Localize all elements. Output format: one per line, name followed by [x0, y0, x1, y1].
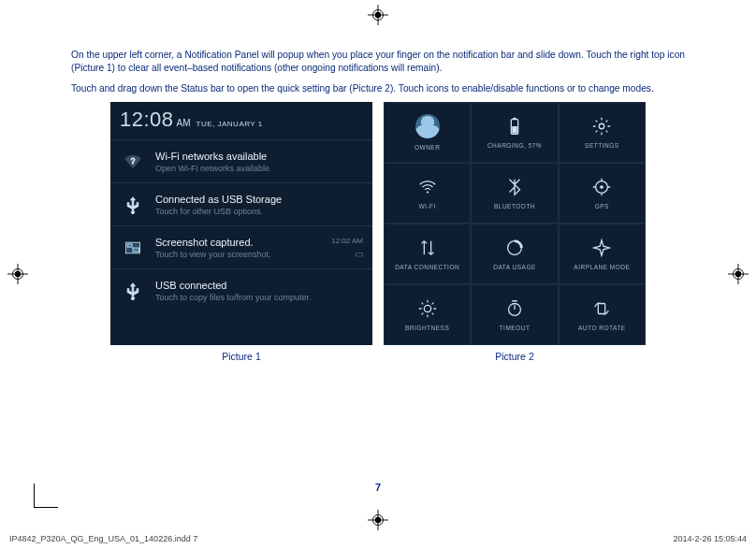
- airplane-icon: [591, 238, 612, 258]
- qs-tile-battery[interactable]: CHARGING, 57%: [471, 102, 558, 163]
- figures-row: 12:08 AM TUE, JANUARY 1 ? Wi-Fi networks…: [71, 102, 685, 362]
- data-arrows-icon: [417, 238, 438, 258]
- paragraph-1: On the upper left corner, a Notification…: [71, 49, 685, 75]
- page-number: 7: [0, 482, 756, 493]
- footer-datetime: 2014-2-26 15:05:44: [673, 534, 747, 543]
- battery-icon: [504, 116, 525, 137]
- notification-title: USB connected: [155, 280, 363, 291]
- notification-text: USB connected Touch to copy files to/fro…: [155, 280, 363, 302]
- qs-label: BLUETOOTH: [494, 203, 535, 209]
- qs-label: CHARGING, 57%: [487, 142, 542, 149]
- print-footer: IP4842_P320A_QG_Eng_USA_01_140226.indd 7…: [9, 534, 747, 543]
- svg-rect-21: [513, 118, 516, 120]
- quick-settings-screenshot: OWNER CHARGING, 57% SETTINGS WI-FI BLUET…: [384, 102, 646, 345]
- qs-label: BRIGHTNESS: [405, 325, 449, 331]
- notification-row[interactable]: USB connected Touch to copy files to/fro…: [110, 268, 372, 311]
- auto-rotate-icon: [591, 298, 612, 319]
- notification-text: Wi-Fi networks available Open Wi-Fi netw…: [155, 151, 363, 173]
- brightness-icon: [417, 298, 438, 319]
- usb-icon: [120, 192, 146, 218]
- figure-2: OWNER CHARGING, 57% SETTINGS WI-FI BLUET…: [384, 102, 646, 362]
- qs-label: GPS: [595, 203, 609, 209]
- notification-subtitle: Touch to view your screenshot.: [155, 250, 331, 259]
- svg-point-28: [424, 306, 430, 312]
- status-bar: 12:08 AM TUE, JANUARY 1: [110, 102, 372, 139]
- svg-point-24: [427, 192, 429, 194]
- clock-date: TUE, JANUARY 1: [196, 120, 263, 128]
- registration-mark-icon: [368, 5, 388, 25]
- notification-title: Connected as USB Storage: [155, 194, 363, 205]
- gps-icon: [591, 177, 612, 197]
- qs-label: OWNER: [414, 144, 440, 151]
- bluetooth-icon: [504, 177, 525, 197]
- notification-text: Connected as USB Storage Touch for other…: [155, 194, 363, 216]
- data-usage-icon: [504, 238, 525, 258]
- qs-tile-data-usage[interactable]: DATA USAGE: [471, 224, 558, 284]
- qs-tile-wifi[interactable]: WI-FI: [384, 163, 471, 224]
- qs-label: DATA USAGE: [493, 264, 536, 270]
- svg-rect-18: [127, 244, 132, 247]
- notification-row[interactable]: Screenshot captured. Touch to view your …: [110, 225, 372, 268]
- svg-rect-30: [599, 304, 605, 314]
- qs-tile-airplane[interactable]: AIRPLANE MODE: [559, 224, 646, 284]
- figure-1: 12:08 AM TUE, JANUARY 1 ? Wi-Fi networks…: [110, 102, 372, 362]
- usb-icon: [120, 278, 146, 304]
- registration-mark-icon: [368, 510, 388, 530]
- svg-rect-22: [512, 126, 517, 133]
- qs-tile-timeout[interactable]: TIMEOUT: [471, 284, 558, 345]
- qs-label: TIMEOUT: [500, 325, 531, 331]
- notification-panel-screenshot: 12:08 AM TUE, JANUARY 1 ? Wi-Fi networks…: [110, 102, 372, 345]
- notification-subtitle: Touch to copy files to/from your compute…: [155, 293, 363, 302]
- qs-label: WI-FI: [418, 203, 435, 209]
- svg-rect-19: [133, 248, 139, 252]
- qs-tile-data-connection[interactable]: DATA CONNECTION: [384, 224, 471, 284]
- page-content: On the upper left corner, a Notification…: [71, 49, 685, 362]
- wifi-icon: [417, 177, 438, 197]
- figure-1-caption: Picture 1: [110, 351, 372, 362]
- notification-title: Wi-Fi networks available: [155, 151, 363, 162]
- clock-ampm: AM: [177, 118, 191, 128]
- notification-row[interactable]: Connected as USB Storage Touch for other…: [110, 182, 372, 225]
- qs-tile-gps[interactable]: GPS: [559, 163, 646, 224]
- notification-row[interactable]: ? Wi-Fi networks available Open Wi-Fi ne…: [110, 139, 372, 182]
- qs-label: AUTO ROTATE: [578, 325, 626, 331]
- qs-tile-brightness[interactable]: BRIGHTNESS: [384, 284, 471, 345]
- notification-subtitle: Open Wi-Fi networks available: [155, 164, 363, 173]
- notification-text: Screenshot captured. Touch to view your …: [155, 237, 331, 259]
- qs-label: SETTINGS: [585, 142, 619, 149]
- svg-text:?: ?: [131, 155, 136, 165]
- notification-meta: 12:02 AM ▭: [331, 237, 363, 259]
- figure-2-caption: Picture 2: [384, 351, 646, 362]
- clock-time: 12:08: [120, 108, 174, 132]
- registration-mark-icon: [728, 264, 749, 284]
- svg-point-23: [600, 124, 605, 130]
- notification-time: 12:02 AM: [331, 237, 363, 245]
- qs-label: AIRPLANE MODE: [574, 264, 630, 270]
- gear-icon: [591, 116, 612, 137]
- notification-title: Screenshot captured.: [155, 237, 331, 248]
- footer-filename: IP4842_P320A_QG_Eng_USA_01_140226.indd 7: [9, 534, 197, 543]
- timeout-icon: [504, 298, 525, 319]
- paragraph-2: Touch and drag down the Status bar to op…: [71, 82, 685, 95]
- image-icon: ▭: [331, 249, 363, 259]
- qs-tile-settings[interactable]: SETTINGS: [559, 102, 646, 163]
- notification-subtitle: Touch for other USB options.: [155, 207, 363, 216]
- wifi-question-icon: ?: [120, 149, 146, 175]
- qs-tile-bluetooth[interactable]: BLUETOOTH: [471, 163, 558, 224]
- qs-label: DATA CONNECTION: [395, 264, 459, 270]
- registration-mark-icon: [7, 264, 28, 284]
- owner-avatar-icon: [415, 114, 440, 138]
- screenshot-thumbnail-icon: [120, 235, 146, 261]
- qs-tile-autorotate[interactable]: AUTO ROTATE: [559, 284, 646, 345]
- svg-point-26: [600, 185, 603, 189]
- qs-tile-owner[interactable]: OWNER: [384, 102, 471, 163]
